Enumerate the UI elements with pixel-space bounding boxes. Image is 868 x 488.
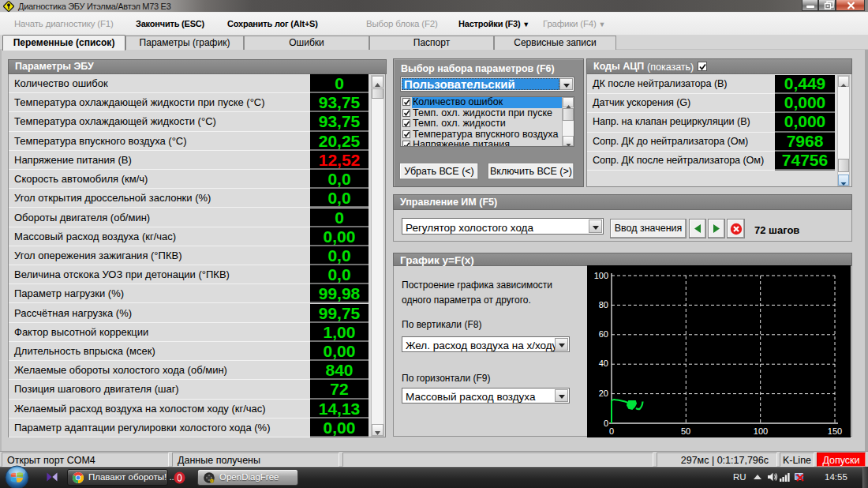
svg-text:0: 0 [609,426,614,436]
svg-text:80: 80 [599,300,608,310]
svg-text:60: 60 [599,329,608,339]
svg-text:20: 20 [599,389,608,398]
svg-text:100: 100 [594,271,608,280]
svg-text:40: 40 [599,358,608,368]
svg-text:50: 50 [681,426,690,436]
svg-text:100: 100 [754,426,768,436]
svg-text:150: 150 [828,426,842,436]
svg-text:0: 0 [604,419,608,428]
